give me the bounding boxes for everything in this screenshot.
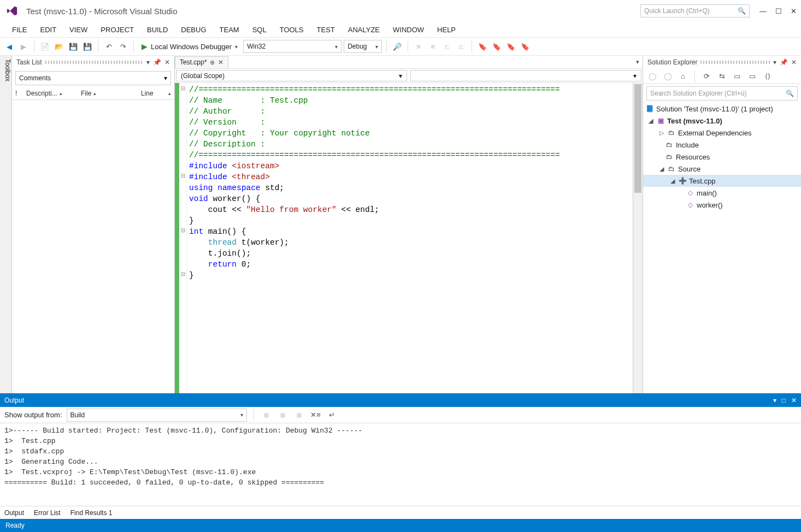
nav-forward-button[interactable]: ▶: [17, 40, 30, 52]
bookmark-next-icon[interactable]: 🔖: [505, 40, 517, 52]
toolbar-icon[interactable]: ⎌: [455, 40, 467, 52]
menu-test[interactable]: TEST: [311, 25, 340, 35]
bookmark-icon[interactable]: 🔖: [476, 40, 488, 52]
output-tool-icon[interactable]: ≣: [293, 409, 305, 421]
solution-tree[interactable]: 📘 Solution 'Test (msvc-11.0)' (1 project…: [643, 103, 801, 393]
minimize-button[interactable]: —: [759, 7, 767, 15]
close-icon[interactable]: ✕: [791, 397, 797, 404]
source-node[interactable]: ◢ 🗀 Source: [643, 163, 801, 175]
col-line[interactable]: Line▴: [141, 90, 171, 97]
col-priority[interactable]: !: [15, 90, 26, 97]
show-output-label: Show output from:: [4, 411, 62, 419]
maximize-button[interactable]: ☐: [775, 7, 782, 15]
properties-icon[interactable]: ⟨⟩: [762, 70, 774, 82]
undo-button[interactable]: ↶: [103, 40, 115, 52]
menu-edit[interactable]: EDIT: [34, 25, 62, 35]
project-node[interactable]: ◢ ▣ Test (msvc-11.0): [643, 115, 801, 127]
resources-node[interactable]: 🗀 Resources: [643, 151, 801, 163]
menu-project[interactable]: PROJECT: [95, 25, 139, 35]
close-icon[interactable]: ✕: [164, 58, 170, 66]
sync-icon[interactable]: ⇆: [716, 70, 728, 82]
file-node-test-cpp[interactable]: ◢ ➕ Test.cpp: [643, 175, 801, 187]
menu-debug[interactable]: DEBUG: [175, 25, 211, 35]
tab-overflow-icon[interactable]: ▾: [636, 58, 639, 66]
task-list-filter-value: Comments: [19, 74, 51, 82]
menu-analyze[interactable]: ANALYZE: [343, 25, 385, 35]
output-tab-error-list[interactable]: Error List: [34, 509, 61, 517]
scope-combo[interactable]: (Global Scope) ▾: [176, 70, 407, 81]
output-source-value: Build: [70, 411, 85, 419]
vs-logo-icon: [4, 3, 20, 19]
menu-tools[interactable]: TOOLS: [274, 25, 309, 35]
editor-tab[interactable]: Test.cpp* ⊕ ✕: [175, 56, 228, 68]
forward-icon[interactable]: ◯: [662, 70, 674, 82]
expand-icon[interactable]: ◢: [658, 165, 665, 173]
pin-icon[interactable]: 📌: [780, 58, 788, 66]
col-description[interactable]: Descripti...▴: [26, 90, 81, 97]
save-button[interactable]: 💾: [67, 40, 79, 52]
show-all-icon[interactable]: ▭: [746, 70, 758, 82]
expand-icon[interactable]: ◢: [647, 117, 654, 125]
comment-icon[interactable]: ≡: [413, 40, 425, 52]
redo-button[interactable]: ↷: [117, 40, 129, 52]
menu-help[interactable]: HELP: [432, 25, 461, 35]
status-bar: Ready: [0, 519, 801, 532]
output-text[interactable]: 1>------ Build started: Project: Test (m…: [0, 423, 801, 506]
pin-icon[interactable]: 📌: [153, 58, 161, 66]
solution-node[interactable]: 📘 Solution 'Test (msvc-11.0)' (1 project…: [643, 103, 801, 115]
bookmark-prev-icon[interactable]: 🔖: [491, 40, 503, 52]
function-node-main[interactable]: ◇ main(): [643, 187, 801, 199]
ext-deps-node[interactable]: ▷ 🗀 External Dependencies: [643, 127, 801, 139]
menu-build[interactable]: BUILD: [142, 25, 173, 35]
solution-search-input[interactable]: Search Solution Explorer (Ctrl+ü) 🔍: [646, 86, 798, 101]
refresh-icon[interactable]: ⟳: [700, 70, 712, 82]
task-list-filter-combo[interactable]: Comments ▾: [15, 71, 171, 85]
vertical-scrollbar[interactable]: [633, 83, 643, 393]
find-icon[interactable]: 🔎: [391, 40, 403, 52]
start-debugging-button[interactable]: ▶ Local Windows Debugger ▾: [138, 40, 241, 53]
open-button[interactable]: 📂: [53, 40, 65, 52]
save-all-button[interactable]: 💾: [81, 40, 93, 52]
uncomment-icon[interactable]: ≡: [427, 40, 439, 52]
home-icon[interactable]: ⌂: [677, 70, 689, 82]
toolbox-tab[interactable]: Toolbox: [0, 56, 12, 393]
back-icon[interactable]: ◯: [646, 70, 658, 82]
close-icon[interactable]: ✕: [791, 58, 797, 66]
fold-margin[interactable]: ⊟⊟⊟⊟: [179, 83, 187, 393]
wrap-icon[interactable]: ↵: [326, 409, 338, 421]
output-tab-find-results-1[interactable]: Find Results 1: [70, 509, 113, 517]
function-node-worker[interactable]: ◇ worker(): [643, 199, 801, 211]
menu-window[interactable]: WINDOW: [387, 25, 429, 35]
maximize-icon[interactable]: □: [782, 397, 786, 404]
collapse-icon[interactable]: ▭: [731, 70, 743, 82]
dropdown-icon[interactable]: ▾: [146, 58, 150, 66]
dropdown-icon[interactable]: ▾: [773, 58, 776, 66]
quick-launch-placeholder: Quick Launch (Ctrl+Q): [644, 7, 710, 15]
include-node[interactable]: 🗀 Include: [643, 139, 801, 151]
code-editor[interactable]: //======================================…: [187, 83, 633, 393]
menu-view[interactable]: VIEW: [64, 25, 93, 35]
clear-icon[interactable]: ✕≡: [310, 409, 322, 421]
close-icon[interactable]: ✕: [218, 58, 223, 66]
config-combo[interactable]: Debug ▾: [344, 40, 382, 53]
pin-icon[interactable]: ⊕: [210, 59, 215, 66]
toolbar-icon[interactable]: ⎌: [441, 40, 453, 52]
expand-icon[interactable]: ▷: [658, 129, 665, 137]
platform-combo[interactable]: Win32 ▾: [243, 40, 341, 53]
new-project-button[interactable]: 📄: [39, 40, 51, 52]
output-tool-icon[interactable]: ≣: [261, 409, 273, 421]
bookmark-clear-icon[interactable]: 🔖: [519, 40, 531, 52]
dropdown-icon[interactable]: ▾: [773, 397, 776, 404]
expand-icon[interactable]: ◢: [669, 178, 676, 185]
menu-sql[interactable]: SQL: [247, 25, 272, 35]
output-source-combo[interactable]: Build ▾: [67, 409, 247, 422]
member-combo[interactable]: ▾: [410, 70, 641, 81]
output-tool-icon[interactable]: ≣: [277, 409, 289, 421]
nav-back-button[interactable]: ◀: [3, 40, 15, 52]
col-file[interactable]: File▴: [81, 90, 141, 97]
output-tab-output[interactable]: Output: [4, 509, 24, 517]
menu-file[interactable]: FILE: [7, 25, 32, 35]
quick-launch-input[interactable]: Quick Launch (Ctrl+Q) 🔍: [640, 4, 750, 17]
close-button[interactable]: ✕: [791, 7, 797, 15]
menu-team[interactable]: TEAM: [214, 25, 245, 35]
